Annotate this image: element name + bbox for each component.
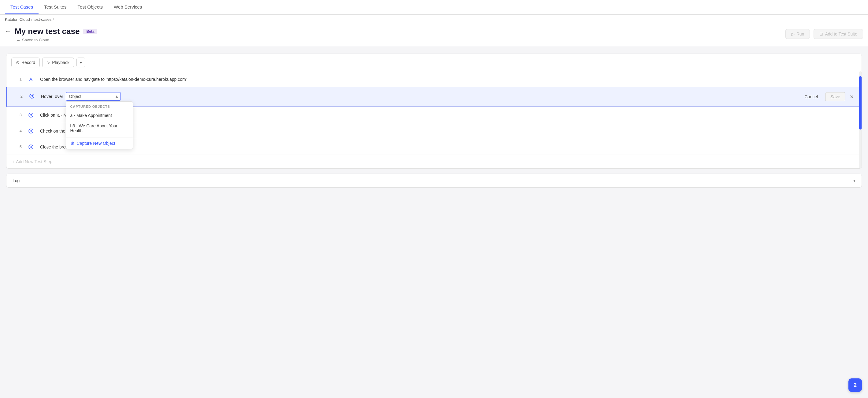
playback-label: Playback (52, 60, 69, 65)
close-browser-icon (27, 144, 35, 150)
object-input[interactable] (66, 92, 121, 101)
svg-point-1 (30, 94, 34, 98)
tab-test-cases[interactable]: Test Cases (5, 0, 38, 15)
cancel-button[interactable]: Cancel (800, 92, 823, 101)
copy-icon: ⊡ (819, 31, 823, 36)
step-text: Open the browser and navigate to 'https:… (40, 77, 856, 82)
check-icon (27, 128, 35, 134)
record-label: Record (22, 60, 35, 65)
tab-test-suites[interactable]: Test Suites (38, 0, 72, 15)
tab-test-objects[interactable]: Test Objects (72, 0, 108, 15)
playback-chevron-button[interactable]: ▾ (76, 58, 85, 67)
save-button: Save (825, 92, 845, 101)
step-actions: Cancel Save ✕ (800, 92, 856, 101)
main-content: ⊙ Record ▷ Playback ▾ 1 Open the browser… (0, 46, 868, 195)
saved-label: Saved to Cloud (22, 38, 49, 42)
test-panel: ⊙ Record ▷ Playback ▾ 1 Open the browser… (6, 54, 862, 169)
over-word: over (55, 92, 63, 99)
steps-area: 1 Open the browser and navigate to 'http… (6, 71, 862, 168)
svg-point-8 (30, 146, 32, 148)
scrollbar-track[interactable] (859, 71, 862, 168)
svg-point-6 (30, 130, 32, 132)
step-text: Check on the '...'h' checkbox (40, 129, 856, 134)
record-icon: ⊙ (16, 60, 20, 65)
saved-indicator: ☁ Saved to Cloud (16, 37, 97, 42)
dropdown-item-1[interactable]: h3 - We Care About Your Health (66, 121, 133, 136)
log-title: Log (12, 178, 20, 183)
cloud-icon: ☁ (16, 37, 20, 42)
add-new-test-step[interactable]: + Add New Test Step (6, 155, 862, 168)
step-num: 4 (12, 129, 22, 133)
svg-marker-0 (29, 78, 33, 81)
add-to-suite-label: Add to Test Suite (825, 31, 857, 36)
hover-word: Hover (41, 92, 52, 99)
hover-icon (28, 92, 36, 99)
breadcrumb: Katalon Cloud / test-cases / (0, 15, 868, 24)
top-nav: Test Cases Test Suites Test Objects Web … (0, 0, 868, 15)
capture-icon: ⊕ (70, 140, 74, 146)
navigate-icon (27, 77, 35, 82)
page-title-row: ← My new test case Beta (5, 27, 97, 36)
capture-label: Capture New Object (77, 141, 115, 146)
log-chevron-icon: ▾ (853, 178, 856, 183)
record-button[interactable]: ⊙ Record (11, 58, 40, 67)
svg-point-7 (29, 145, 33, 149)
step-content: Hover over ▲ CAPTURED OBJECTS a - Make A… (41, 92, 795, 101)
svg-point-2 (31, 95, 33, 97)
step-row: 3 Click on 'a - M... (6, 107, 862, 123)
step-text: Click on 'a - M... (40, 113, 856, 118)
scrollbar-thumb[interactable] (859, 76, 862, 130)
dropdown-menu: CAPTURED OBJECTS a - Make Appointment h3… (66, 101, 133, 149)
run-button[interactable]: ▷ Run (785, 29, 810, 39)
toolbar: ⊙ Record ▷ Playback ▾ (6, 54, 862, 71)
dropdown-section-label: CAPTURED OBJECTS (66, 102, 133, 110)
breadcrumb-katalon-cloud[interactable]: Katalon Cloud (5, 17, 30, 22)
beta-badge: Beta (83, 29, 97, 34)
playback-icon: ▷ (47, 60, 50, 65)
step-num: 5 (12, 144, 22, 149)
breadcrumb-test-cases[interactable]: test-cases (33, 17, 51, 22)
svg-point-3 (29, 113, 33, 117)
run-label: Run (797, 31, 804, 36)
page-header: ← My new test case Beta ☁ Saved to Cloud… (0, 24, 868, 46)
log-header[interactable]: Log ▾ (6, 174, 862, 188)
playback-button[interactable]: ▷ Playback (42, 58, 74, 67)
step-text: Close the browser (40, 144, 856, 149)
step-row: 4 Check on the '...'h' checkbox (6, 123, 862, 139)
click-icon (27, 112, 35, 118)
tab-web-services[interactable]: Web Services (108, 0, 148, 15)
page-header-right: ▷ Run ⊡ Add to Test Suite (785, 29, 863, 39)
back-button[interactable]: ← (5, 28, 11, 35)
step-row: 1 Open the browser and navigate to 'http… (6, 71, 862, 87)
step-num: 2 (13, 92, 23, 98)
page-title: My new test case (15, 27, 80, 36)
run-icon: ▷ (791, 31, 795, 36)
step-num: 1 (12, 77, 22, 81)
step-row: 5 Close the browser (6, 139, 862, 155)
svg-point-5 (29, 129, 33, 133)
svg-point-4 (30, 114, 32, 116)
capture-new-object-item[interactable]: ⊕ Capture New Object (66, 137, 133, 149)
log-panel: Log ▾ (6, 174, 862, 188)
step-num: 3 (12, 113, 22, 117)
object-dropdown-wrapper: ▲ CAPTURED OBJECTS a - Make Appointment … (66, 92, 121, 101)
step-row-active: 2 Hover over ▲ CAPTURED OBJEC (6, 87, 862, 107)
close-row-button[interactable]: ✕ (848, 93, 856, 101)
page-header-left: ← My new test case Beta ☁ Saved to Cloud (5, 27, 97, 42)
add-to-suite-button[interactable]: ⊡ Add to Test Suite (813, 29, 863, 39)
dropdown-item-0[interactable]: a - Make Appointment (66, 110, 133, 121)
